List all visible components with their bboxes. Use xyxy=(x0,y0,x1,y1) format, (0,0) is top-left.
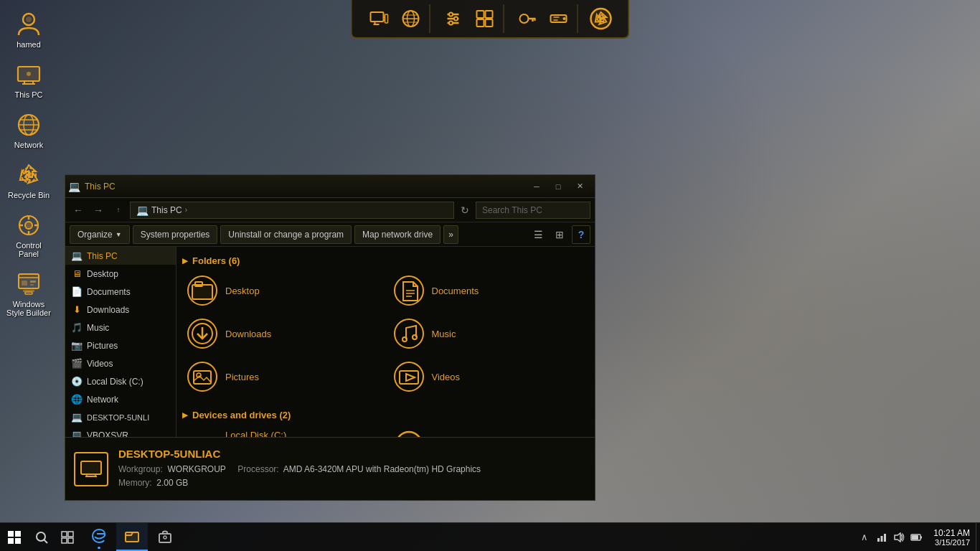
sidebar-item-local-disk[interactable]: 💿 Local Disk (C:) xyxy=(65,372,176,390)
svg-rect-48 xyxy=(477,19,484,27)
file-area[interactable]: Folders (6) Desktop xyxy=(176,247,595,437)
sidebar-item-this-pc[interactable]: 💻 This PC xyxy=(65,247,176,265)
taskbar-clock[interactable]: 10:21 AM 3/15/2017 xyxy=(928,523,976,552)
forward-button[interactable]: → xyxy=(90,202,107,219)
desktop-icon-recycle[interactable]: Recycle Bin xyxy=(4,158,54,202)
help-button[interactable]: ? xyxy=(572,225,590,244)
drive-cd-d[interactable]: CD Drive (D:) xyxy=(389,426,590,437)
toolbar-storage-btn[interactable] xyxy=(545,4,573,33)
desktop-icon-control-panel[interactable]: ControlPanel xyxy=(4,208,54,261)
svg-point-109 xyxy=(164,536,166,539)
sidebar-item-documents[interactable]: 📄 Documents xyxy=(65,283,176,301)
folder-downloads-name: Downloads xyxy=(225,329,271,339)
search-box[interactable]: Search This PC xyxy=(476,202,590,219)
sidebar-item-network[interactable]: 🌐 Network xyxy=(65,390,176,408)
folder-documents[interactable]: Documents xyxy=(389,272,590,309)
tray-battery-icon[interactable] xyxy=(909,523,923,552)
refresh-button[interactable]: ↻ xyxy=(457,202,473,218)
folder-pictures-icon xyxy=(187,361,218,392)
tray-network-icon[interactable] xyxy=(875,523,889,552)
address-path[interactable]: 💻 This PC › xyxy=(130,202,454,219)
taskbar-app-edge[interactable] xyxy=(83,523,115,552)
hamed-icon xyxy=(14,10,43,39)
desktop-icon-this-pc[interactable]: This PC xyxy=(4,57,54,102)
drives-grid: Local Disk (C:) 19.6 GB free of 31.5 GB xyxy=(182,426,589,437)
local-disk-info: Local Disk (C:) 19.6 GB free of 31.5 GB xyxy=(225,430,379,437)
cd-icon xyxy=(393,429,425,437)
toolbar-packages-btn[interactable] xyxy=(471,4,499,33)
taskbar-pinned-apps xyxy=(80,523,184,552)
svg-rect-103 xyxy=(68,532,73,537)
control-panel-label: ControlPanel xyxy=(16,241,41,258)
folders-grid: Desktop Documents xyxy=(182,272,589,395)
maximize-button[interactable]: □ xyxy=(549,179,567,194)
toolbar-key-btn[interactable] xyxy=(513,4,542,33)
close-button[interactable]: ✕ xyxy=(570,179,589,194)
sidebar-item-desktop[interactable]: 🖥 Desktop xyxy=(65,265,176,283)
drive-local-disk-c[interactable]: Local Disk (C:) 19.6 GB free of 31.5 GB xyxy=(182,426,383,437)
svg-point-74 xyxy=(413,335,417,339)
taskbar-app-store[interactable] xyxy=(149,523,181,552)
svg-point-16 xyxy=(25,222,32,229)
folders-section-title: Folders (6) xyxy=(192,255,240,266)
svg-point-6 xyxy=(27,72,31,76)
folder-pictures[interactable]: Pictures xyxy=(182,358,383,395)
view-list-button[interactable]: ☰ xyxy=(529,225,547,244)
toolbar-settings-btn[interactable] xyxy=(439,4,468,33)
folder-downloads[interactable]: Downloads xyxy=(182,315,383,352)
taskbar-app-explorer[interactable] xyxy=(116,523,148,552)
back-button[interactable]: ← xyxy=(70,202,87,219)
sidebar-item-videos[interactable]: 🎬 Videos xyxy=(65,354,176,372)
taskbar: ∧ 10:21 AM 3/15/2017 xyxy=(0,522,980,551)
folder-music-name: Music xyxy=(432,329,456,339)
toolbar-globe-btn[interactable] xyxy=(397,4,425,33)
this-pc-label: This PC xyxy=(14,90,42,99)
organize-label: Organize xyxy=(77,230,113,240)
organize-dropdown-icon: ▼ xyxy=(116,231,122,238)
svg-rect-28 xyxy=(25,292,32,294)
sidebar-item-downloads[interactable]: ⬇ Downloads xyxy=(65,301,176,319)
tray-volume-icon[interactable] xyxy=(892,523,906,552)
this-pc-sidebar-label: This PC xyxy=(87,251,118,261)
uninstall-button[interactable]: Uninstall or change a program xyxy=(220,225,352,244)
svg-rect-99 xyxy=(15,538,21,544)
start-button[interactable] xyxy=(0,523,29,552)
desktop-icon-hamed[interactable]: hamed xyxy=(4,7,54,52)
show-desktop-button[interactable] xyxy=(976,523,980,552)
organize-button[interactable]: Organize ▼ xyxy=(70,225,130,244)
svg-rect-96 xyxy=(8,531,14,537)
toolbar-recycle-btn[interactable] xyxy=(587,4,616,33)
desktop-sidebar-icon: 🖥 xyxy=(71,268,83,279)
sidebar: 💻 This PC 🖥 Desktop 📄 Documents ⬇ Downlo… xyxy=(65,247,176,437)
sidebar-item-desktop5[interactable]: 💻 DESKTOP-5UNLI xyxy=(65,408,176,426)
folder-documents-name: Documents xyxy=(432,286,479,296)
svg-rect-107 xyxy=(126,532,138,542)
folder-desktop-icon xyxy=(187,275,218,306)
pictures-sidebar-icon: 📷 xyxy=(71,340,83,351)
up-button[interactable]: ↑ xyxy=(110,202,127,219)
more-ribbon-button[interactable]: » xyxy=(443,225,458,244)
sidebar-item-pictures[interactable]: 📷 Pictures xyxy=(65,336,176,354)
desktop-icon-network[interactable]: Network xyxy=(4,108,54,152)
path-dropdown[interactable]: › xyxy=(185,206,187,214)
folder-videos[interactable]: Videos xyxy=(389,358,590,395)
search-button[interactable] xyxy=(29,523,55,552)
sidebar-item-vboxsvr[interactable]: 💻 VBOXSVR xyxy=(65,426,176,437)
minimize-button[interactable]: ─ xyxy=(527,179,546,194)
toolbar-computer-btn[interactable] xyxy=(365,4,394,33)
title-bar-controls: ─ □ ✕ xyxy=(527,179,589,194)
drives-section-title: Devices and drives (2) xyxy=(192,410,291,420)
map-network-button[interactable]: Map network drive xyxy=(354,225,440,244)
svg-point-72 xyxy=(395,319,423,348)
folder-music[interactable]: Music xyxy=(389,315,590,352)
folder-desktop[interactable]: Desktop xyxy=(182,272,383,309)
sidebar-item-music[interactable]: 🎵 Music xyxy=(65,319,176,336)
svg-rect-112 xyxy=(884,534,886,542)
desktop-icon-wsb[interactable]: WindowsStyle Builder xyxy=(4,267,54,320)
view-grid-button[interactable]: ⊞ xyxy=(550,225,569,244)
folder-videos-name: Videos xyxy=(432,372,461,382)
tray-up-arrow[interactable]: ∧ xyxy=(857,523,872,552)
task-view-button[interactable] xyxy=(55,523,80,552)
system-properties-button[interactable]: System properties xyxy=(133,225,218,244)
memory-value: 2.00 GB xyxy=(156,478,188,488)
